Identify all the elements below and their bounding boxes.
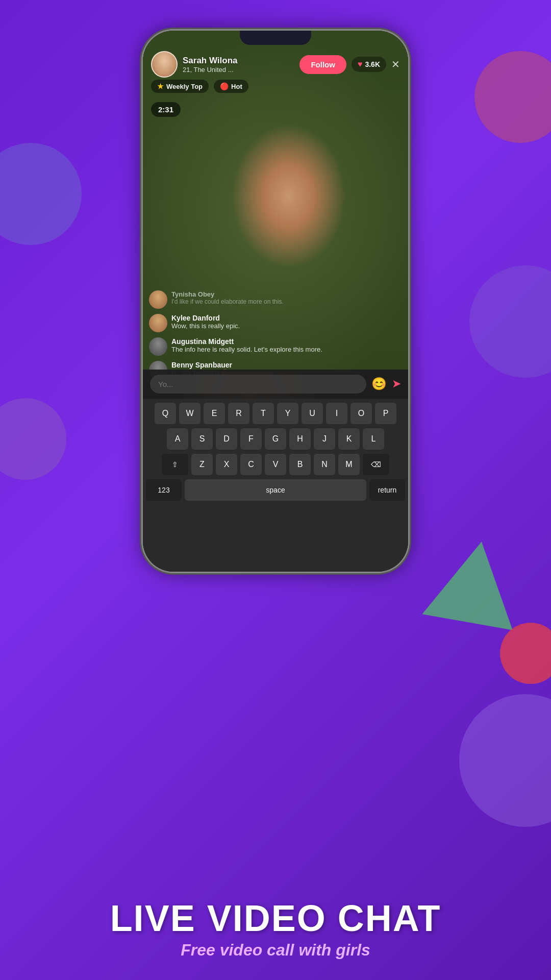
bg-triangle [422,534,527,630]
key-return[interactable]: return [369,479,405,501]
hearts-number: 3.6K [365,60,380,68]
key-c[interactable]: C [240,454,262,475]
key-q[interactable]: Q [155,403,176,424]
chat-name-3: Augustina Midgett [171,337,322,346]
fire-icon: 🔴 [220,82,229,90]
user-info: Sarah Wilona 21, The United ... [183,56,294,74]
chat-input[interactable] [150,375,366,394]
avatar-image [152,52,177,77]
bg-decoration-5 [459,694,551,827]
chat-content-2: Kylee Danford Wow, this is really epic. [171,314,240,331]
key-o[interactable]: O [350,403,372,424]
key-i[interactable]: I [326,403,347,424]
chat-text-1: I'd like if we could elaborate more on t… [171,298,284,305]
phone-frame: Sarah Wilona 21, The United ... Follow ♥… [143,31,408,572]
key-t[interactable]: T [253,403,274,424]
key-k[interactable]: K [338,428,360,450]
chat-avatar-1 [149,290,167,309]
keyboard: Q W E R T Y U I O P A S D F G H J K [143,399,408,572]
phone-notch [240,31,311,45]
key-w[interactable]: W [179,403,201,424]
bg-decoration-3 [469,265,551,378]
key-j[interactable]: J [314,428,335,450]
bg-decoration-1 [0,143,82,245]
user-subtitle: 21, The United ... [183,66,294,74]
key-u[interactable]: U [302,403,323,424]
tag-hot[interactable]: 🔴 Hot [214,80,248,93]
keyboard-row-3: ⇧ Z X C V B N M ⌫ [146,454,405,475]
chat-content-1: Tynisha Obey I'd like if we could elabor… [171,290,284,305]
chat-message-1: Tynisha Obey I'd like if we could elabor… [149,290,402,309]
chat-name-2: Kylee Danford [171,314,240,322]
chat-text-3: The info here is really solid. Let's exp… [171,346,322,354]
key-a[interactable]: A [167,428,188,450]
chat-avatar-img-2 [149,314,167,332]
bg-circle-red [500,623,551,684]
emoji-button[interactable]: 😊 [371,377,387,391]
user-name: Sarah Wilona [183,56,294,66]
key-g[interactable]: G [265,428,286,450]
keyboard-row-4: 123 space return [146,479,405,501]
header: Sarah Wilona 21, The United ... Follow ♥… [143,45,408,84]
key-x[interactable]: X [216,454,237,475]
timer-badge: 2:31 [151,102,181,117]
chat-avatar-img-3 [149,337,167,356]
key-m[interactable]: M [338,454,360,475]
subtitle: Free video call with girls [0,941,551,960]
chat-message-3: Augustina Midgett The info here is reall… [149,337,402,356]
phone-screen: Sarah Wilona 21, The United ... Follow ♥… [143,31,408,572]
follow-button[interactable]: Follow [299,55,346,74]
chat-text-2: Wow, this is really epic. [171,322,240,331]
keyboard-row-1: Q W E R T Y U I O P [146,403,405,424]
key-d[interactable]: D [216,428,237,450]
chat-avatar-2 [149,314,167,332]
input-area: 😊 ➤ [143,370,408,399]
chat-name-1: Tynisha Obey [171,290,284,298]
send-button[interactable]: ➤ [392,377,401,390]
keyboard-row-2: A S D F G H J K L [146,428,405,450]
close-button[interactable]: ✕ [391,58,400,70]
key-v[interactable]: V [265,454,286,475]
chat-avatar-img-1 [149,290,167,309]
key-y[interactable]: Y [277,403,298,424]
key-e[interactable]: E [204,403,225,424]
heart-icon: ♥ [358,60,363,69]
bg-decoration-2 [474,51,551,143]
chat-name-4: Benny Spanbauer [171,361,232,369]
tag-hot-label: Hot [231,83,242,90]
tags-row: ★ Weekly Top 🔴 Hot [151,80,248,93]
key-b[interactable]: B [289,454,311,475]
key-backspace[interactable]: ⌫ [363,454,389,475]
key-space[interactable]: space [185,479,366,501]
chat-avatar-3 [149,337,167,356]
bottom-text-area: LIVE VIDEO CHAT Free video call with gir… [0,900,551,960]
tag-weekly-top[interactable]: ★ Weekly Top [151,80,209,93]
key-f[interactable]: F [240,428,262,450]
tag-weekly-top-label: Weekly Top [166,83,203,90]
key-n[interactable]: N [314,454,335,475]
key-s[interactable]: S [191,428,213,450]
chat-content-3: Augustina Midgett The info here is reall… [171,337,322,354]
star-icon: ★ [157,82,164,90]
key-z[interactable]: Z [191,454,213,475]
key-r[interactable]: R [228,403,249,424]
hearts-count-badge: ♥ 3.6K [352,57,386,72]
key-shift[interactable]: ⇧ [162,454,188,475]
key-numbers[interactable]: 123 [146,479,182,501]
avatar[interactable] [151,51,178,78]
bg-decoration-4 [0,398,66,480]
main-title: LIVE VIDEO CHAT [0,900,551,937]
key-h[interactable]: H [289,428,311,450]
chat-message-2: Kylee Danford Wow, this is really epic. [149,314,402,332]
key-p[interactable]: P [375,403,396,424]
key-l[interactable]: L [363,428,384,450]
